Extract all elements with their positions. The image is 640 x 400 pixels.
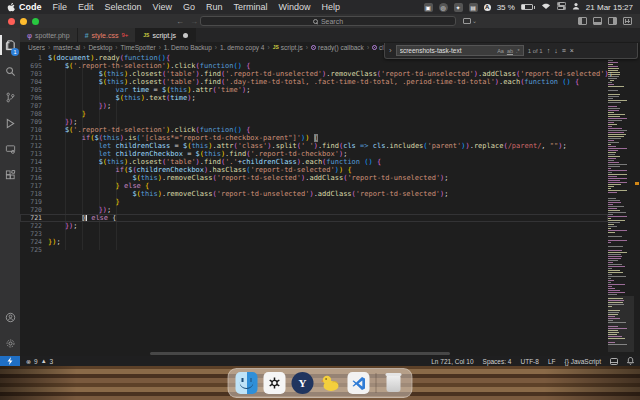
remote-explorer-icon[interactable]: [0, 136, 20, 162]
code-line-720[interactable]: 720});: [20, 206, 608, 214]
explorer-icon[interactable]: 1: [0, 32, 20, 58]
find-input[interactable]: screenshots-task-text Aa ab .*: [396, 45, 524, 56]
code-line-707[interactable]: 707});: [20, 102, 608, 110]
run-debug-icon[interactable]: [0, 110, 20, 136]
minimap-slider[interactable]: [608, 296, 634, 352]
toggle-replace-chevron-icon[interactable]: ›: [389, 46, 392, 55]
code-line-709[interactable]: 709});: [20, 118, 608, 126]
menu-terminal[interactable]: Terminal: [233, 2, 267, 12]
wifi-icon[interactable]: [541, 2, 551, 12]
find-in-selection-icon[interactable]: ≡: [562, 47, 566, 54]
code-line-717[interactable]: 717} else {: [20, 182, 608, 190]
code-line-714[interactable]: 714$(this).closest('table').find('.'+chi…: [20, 158, 608, 166]
input-source-icon[interactable]: A: [484, 4, 491, 11]
nav-forward-icon[interactable]: →: [190, 17, 198, 26]
breadcrumb-item[interactable]: ready() callback: [311, 44, 364, 51]
whole-word-toggle[interactable]: ab: [507, 48, 513, 54]
search-sidebar-icon[interactable]: [0, 58, 20, 84]
menu-run[interactable]: Run: [206, 2, 223, 12]
control-center-icon[interactable]: [557, 2, 566, 12]
code-line-719[interactable]: 719}: [20, 198, 608, 206]
breadcrumb-item[interactable]: master-al: [53, 44, 80, 51]
tab-script-js[interactable]: JS script.js: [136, 28, 196, 42]
breadcrumb-item[interactable]: TimeSpotter: [120, 44, 155, 51]
find-previous-icon[interactable]: ↑: [547, 47, 551, 54]
menu-selection[interactable]: Selection: [105, 2, 142, 12]
code-line-725[interactable]: 725: [20, 246, 608, 254]
menubar-app-icon-1[interactable]: ▣: [424, 3, 433, 12]
finder-dock-icon[interactable]: [236, 372, 258, 394]
settings-gear-icon[interactable]: [0, 330, 20, 356]
menu-view[interactable]: View: [153, 2, 172, 12]
breadcrumb-item[interactable]: JSscript.js: [273, 44, 303, 51]
toggle-sidebar-icon[interactable]: [578, 17, 587, 25]
code-line-713[interactable]: 713let childrenCheckbox = $(this).find('…: [20, 150, 608, 158]
problems-indicator[interactable]: ⊗ 9 ▲ 3: [26, 358, 53, 365]
menu-window[interactable]: Window: [278, 2, 310, 12]
indentation[interactable]: Spaces: 4: [483, 358, 512, 365]
apple-menu-icon[interactable]: [7, 3, 15, 12]
menu-code[interactable]: Code: [19, 2, 42, 12]
ports-icon[interactable]: [610, 358, 618, 365]
code-line-722[interactable]: 722});: [20, 222, 608, 230]
menu-file[interactable]: File: [53, 2, 68, 12]
code-line-724[interactable]: 724});: [20, 238, 608, 246]
menu-edit[interactable]: Edit: [78, 2, 94, 12]
code-line-708[interactable]: 708}: [20, 110, 608, 118]
code-line-715[interactable]: 715if($(childrenCheckbox).hasClass('repo…: [20, 166, 608, 174]
code-line-718[interactable]: 718$(this).removeClass('report-td-unsele…: [20, 190, 608, 198]
code-line-706[interactable]: 706$(this).text(time);: [20, 94, 608, 102]
customize-layout-icon[interactable]: [623, 17, 632, 25]
code-line-712[interactable]: 712let childrenClass = $(this).attr('cla…: [20, 142, 608, 150]
battery-icon[interactable]: [521, 4, 535, 10]
chatgpt-dock-icon[interactable]: [264, 372, 286, 394]
code-line-704[interactable]: 704$(this).closest('table').find('.day-t…: [20, 78, 608, 86]
trash-dock-icon[interactable]: [383, 372, 405, 394]
command-center-search[interactable]: Search: [200, 16, 456, 26]
close-find-icon[interactable]: ×: [570, 47, 574, 54]
nav-back-icon[interactable]: ←: [176, 17, 184, 26]
accounts-icon[interactable]: [0, 304, 20, 330]
code-line-721[interactable]: 721} else {: [20, 214, 608, 222]
regex-toggle[interactable]: .*: [516, 48, 520, 54]
menubar-app-icon-4[interactable]: ▤: [469, 3, 478, 12]
zoom-window-button[interactable]: [32, 18, 39, 25]
code-line-710[interactable]: 710$('.report-td-selection').click(funct…: [20, 126, 608, 134]
code-line-711[interactable]: 711if($(this).is('[class*="report-td-che…: [20, 134, 608, 142]
breadcrumb-item[interactable]: 1. demo copy 4: [220, 44, 264, 51]
menubar-app-icon-3[interactable]: ✦: [454, 3, 463, 12]
tab-style-css[interactable]: # style.css 9+: [78, 28, 137, 42]
extensions-icon[interactable]: [0, 162, 20, 188]
source-control-icon[interactable]: [0, 84, 20, 110]
minimize-window-button[interactable]: [20, 18, 27, 25]
code-line-716[interactable]: 716$(this).removeClass('report-td-select…: [20, 174, 608, 182]
remote-indicator[interactable]: [0, 356, 20, 366]
toggle-secondary-sidebar-icon[interactable]: [608, 17, 617, 25]
code-line-705[interactable]: 705var time = $(this).attr('time');: [20, 86, 608, 94]
language-mode[interactable]: {} JavaScript: [564, 358, 601, 365]
match-case-toggle[interactable]: Aa: [497, 48, 504, 54]
vscode-dock-icon[interactable]: [348, 372, 370, 394]
eol-sequence[interactable]: LF: [548, 358, 556, 365]
menu-go[interactable]: Go: [183, 2, 195, 12]
breadcrumb-item[interactable]: 1. Demo Backup: [164, 44, 212, 51]
menu-help[interactable]: Help: [321, 2, 340, 12]
toggle-panel-icon[interactable]: [593, 17, 602, 25]
find-next-icon[interactable]: ↓: [554, 47, 558, 54]
menubar-clock[interactable]: 21 Mar 15:27: [586, 3, 633, 12]
user-switch-icon[interactable]: [572, 2, 580, 12]
tab-spotter-php[interactable]: φ spotter.php: [20, 28, 78, 42]
menubar-app-icon-2[interactable]: ◎: [439, 3, 448, 12]
breadcrumb-item[interactable]: Desktop: [88, 44, 112, 51]
code-line-703[interactable]: 703$(this).closest('table').find('.repor…: [20, 70, 608, 78]
yandex-browser-dock-icon[interactable]: Y: [292, 372, 314, 394]
horizontal-scrollbar[interactable]: [150, 352, 450, 355]
notifications-bell-icon[interactable]: [627, 357, 634, 365]
breadcrumb-item[interactable]: Users: [28, 44, 45, 51]
code-editor[interactable]: 1$(document).ready(function(){695$('.rep…: [20, 52, 640, 356]
code-line-695[interactable]: 695$('.report-th-selection').click(funct…: [20, 62, 608, 70]
display-dropdown-icon[interactable]: ⌄: [463, 17, 477, 24]
close-window-button[interactable]: [8, 18, 15, 25]
cursor-position[interactable]: Ln 721, Col 10: [431, 358, 473, 365]
encoding[interactable]: UTF-8: [520, 358, 538, 365]
